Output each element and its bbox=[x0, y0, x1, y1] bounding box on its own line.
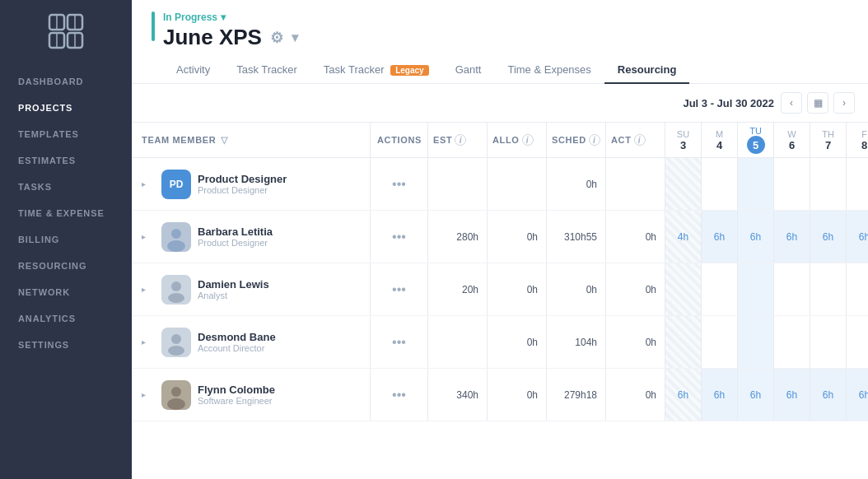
day-cell[interactable] bbox=[774, 316, 810, 368]
legacy-badge: Legacy bbox=[390, 65, 428, 76]
day-cell[interactable]: 6h bbox=[810, 211, 847, 263]
tab-activity[interactable]: Activity bbox=[163, 57, 223, 84]
day-cell[interactable] bbox=[847, 263, 868, 315]
gear-icon[interactable]: ⚙ bbox=[270, 29, 283, 47]
chevron-down-icon[interactable]: ▾ bbox=[221, 12, 226, 23]
row-expand-button[interactable]: ▸ bbox=[142, 179, 155, 188]
sidebar-item-billing[interactable]: BILLING bbox=[0, 226, 132, 253]
filter-icon[interactable]: ▽ bbox=[221, 135, 228, 146]
prev-period-button[interactable]: ‹ bbox=[781, 92, 802, 114]
est-info-icon[interactable]: i bbox=[455, 134, 466, 146]
sidebar-navigation: DASHBOARD PROJECTS TEMPLATES ESTIMATES T… bbox=[0, 68, 132, 358]
table-body: ▸PDProduct DesignerProduct Designer•••0h… bbox=[132, 158, 868, 479]
svg-point-15 bbox=[171, 334, 181, 344]
tab-time-expenses[interactable]: Time & Expenses bbox=[494, 57, 604, 84]
day-cell[interactable] bbox=[665, 316, 702, 368]
day-cell[interactable] bbox=[810, 158, 847, 210]
day-cell[interactable] bbox=[702, 158, 738, 210]
svg-point-19 bbox=[167, 398, 185, 410]
day-cell[interactable] bbox=[774, 263, 810, 315]
svg-point-18 bbox=[171, 387, 181, 397]
tab-gantt[interactable]: Gantt bbox=[442, 57, 495, 84]
member-name: Damien Lewis bbox=[198, 278, 269, 291]
day-cell[interactable]: 6h bbox=[702, 369, 738, 421]
day-cell[interactable] bbox=[847, 316, 868, 368]
day-cell[interactable] bbox=[810, 263, 847, 315]
day-cell[interactable]: 6h bbox=[810, 369, 847, 421]
sidebar-item-resourcing[interactable]: RESOURCING bbox=[0, 253, 132, 279]
page-header: In Progress ▾ June XPS ⚙ ▾ Activity Task… bbox=[132, 0, 868, 84]
col-header-act: ACT i bbox=[606, 123, 665, 157]
title-chevron-icon[interactable]: ▾ bbox=[292, 30, 298, 45]
member-info: Barbara LetitiaProduct Designer bbox=[198, 226, 273, 248]
row-member-cell: ▸ Damien LewisAnalyst bbox=[132, 263, 371, 315]
row-act-value: 0h bbox=[606, 263, 665, 315]
member-info: Product DesignerProduct Designer bbox=[198, 173, 287, 195]
sidebar-item-projects[interactable]: PROJECTS bbox=[0, 95, 132, 121]
day-cell[interactable] bbox=[847, 158, 868, 210]
row-actions-button[interactable]: ••• bbox=[371, 369, 428, 421]
sidebar-item-time-expense[interactable]: TIME & EXPENSE bbox=[0, 200, 132, 226]
member-role: Software Engineer bbox=[198, 396, 275, 406]
calendar-picker-button[interactable]: ▦ bbox=[807, 92, 828, 114]
day-cell[interactable]: 6h bbox=[847, 369, 868, 421]
day-cell[interactable]: 6h bbox=[738, 369, 774, 421]
member-name: Barbara Letitia bbox=[198, 226, 273, 238]
day-header-8: F8 bbox=[847, 123, 868, 157]
day-cell[interactable] bbox=[774, 158, 810, 210]
sidebar-item-estimates[interactable]: ESTIMATES bbox=[0, 147, 132, 174]
day-cell[interactable]: 6h bbox=[847, 211, 868, 263]
app-logo[interactable] bbox=[41, 8, 91, 53]
act-info-icon[interactable]: i bbox=[634, 134, 646, 146]
calendar-navigation: ‹ ▦ › bbox=[781, 92, 855, 114]
day-cell[interactable] bbox=[738, 316, 774, 368]
tab-resourcing[interactable]: Resourcing bbox=[604, 57, 690, 84]
calendar-day-headers: SU3M4TU5W6TH7F8SA9 bbox=[665, 123, 868, 157]
tab-task-tracker-legacy[interactable]: Task Tracker Legacy bbox=[310, 57, 442, 84]
sidebar-item-dashboard[interactable]: DASHBOARD bbox=[0, 68, 132, 95]
sidebar-item-network[interactable]: NETWORK bbox=[0, 279, 132, 305]
tab-task-tracker[interactable]: Task Tracker bbox=[223, 57, 310, 84]
day-cell[interactable]: 4h bbox=[665, 211, 702, 263]
next-period-button[interactable]: › bbox=[833, 92, 855, 114]
row-expand-button[interactable]: ▸ bbox=[142, 285, 155, 294]
day-cell[interactable] bbox=[738, 158, 774, 210]
allo-info-icon[interactable]: i bbox=[522, 134, 534, 146]
row-expand-button[interactable]: ▸ bbox=[142, 337, 155, 346]
day-cell[interactable] bbox=[665, 263, 702, 315]
sched-info-icon[interactable]: i bbox=[589, 134, 600, 146]
day-cell[interactable]: 6h bbox=[774, 369, 810, 421]
sidebar-item-tasks[interactable]: TASKS bbox=[0, 174, 132, 200]
day-cell[interactable]: 6h bbox=[665, 369, 702, 421]
tab-bar: Activity Task Tracker Task Tracker Legac… bbox=[163, 57, 848, 83]
row-allo-value: 0h bbox=[488, 211, 547, 263]
row-actions-button[interactable]: ••• bbox=[371, 316, 428, 368]
sidebar-item-templates[interactable]: TEMPLATES bbox=[0, 121, 132, 147]
row-expand-button[interactable]: ▸ bbox=[142, 390, 155, 399]
sidebar: DASHBOARD PROJECTS TEMPLATES ESTIMATES T… bbox=[0, 0, 132, 479]
row-actions-button[interactable]: ••• bbox=[371, 211, 428, 263]
day-cell[interactable]: 6h bbox=[738, 211, 774, 263]
row-allo-value: 0h bbox=[488, 316, 547, 368]
svg-point-13 bbox=[168, 293, 184, 303]
day-cell[interactable]: 6h bbox=[702, 211, 738, 263]
row-actions-button[interactable]: ••• bbox=[371, 263, 428, 315]
project-title: June XPS ⚙ ▾ bbox=[163, 25, 848, 50]
row-actions-button[interactable]: ••• bbox=[371, 158, 428, 210]
day-cell[interactable] bbox=[702, 316, 738, 368]
row-est-value bbox=[428, 316, 488, 368]
day-cell[interactable]: 6h bbox=[774, 211, 810, 263]
day-header-4: M4 bbox=[702, 123, 738, 157]
day-cell[interactable] bbox=[665, 158, 702, 210]
status-indicator bbox=[152, 12, 155, 41]
project-status[interactable]: In Progress ▾ bbox=[163, 12, 848, 23]
row-act-value: 0h bbox=[606, 369, 665, 421]
day-cell[interactable] bbox=[738, 263, 774, 315]
day-cell[interactable] bbox=[810, 316, 847, 368]
sidebar-item-analytics[interactable]: ANALYTICS bbox=[0, 305, 132, 332]
member-name: Desmond Bane bbox=[198, 331, 276, 343]
sidebar-item-settings[interactable]: SETTINGS bbox=[0, 332, 132, 358]
day-cell[interactable] bbox=[702, 263, 738, 315]
row-expand-button[interactable]: ▸ bbox=[142, 232, 155, 241]
member-info: Desmond BaneAccount Director bbox=[198, 331, 276, 353]
